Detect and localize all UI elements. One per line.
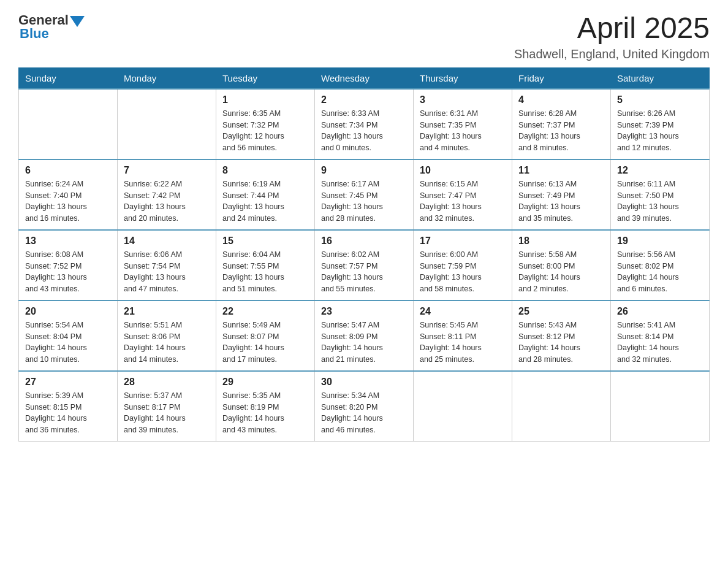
day-number: 13 [25, 236, 111, 247]
calendar-cell [118, 89, 216, 159]
day-number: 27 [25, 377, 111, 388]
day-number: 12 [617, 165, 703, 176]
logo: General Blue [18, 12, 85, 42]
column-header-sunday: Sunday [19, 67, 118, 89]
calendar-cell: 7Sunrise: 6:22 AM Sunset: 7:42 PM Daylig… [118, 159, 216, 230]
day-number: 23 [321, 306, 407, 317]
day-number: 26 [617, 306, 703, 317]
day-number: 22 [222, 306, 308, 317]
day-number: 29 [222, 377, 308, 388]
calendar-table: SundayMondayTuesdayWednesdayThursdayFrid… [18, 67, 710, 442]
calendar-cell: 18Sunrise: 5:58 AM Sunset: 8:00 PM Dayli… [512, 230, 611, 301]
calendar-cell: 14Sunrise: 6:06 AM Sunset: 7:54 PM Dayli… [118, 230, 216, 301]
day-number: 3 [420, 94, 506, 105]
day-info: Sunrise: 6:31 AM Sunset: 7:35 PM Dayligh… [420, 108, 506, 154]
day-info: Sunrise: 6:00 AM Sunset: 7:59 PM Dayligh… [420, 249, 506, 295]
day-number: 4 [518, 94, 604, 105]
day-number: 2 [321, 94, 407, 105]
calendar-cell: 8Sunrise: 6:19 AM Sunset: 7:44 PM Daylig… [216, 159, 315, 230]
calendar-week-1: 1Sunrise: 6:35 AM Sunset: 7:32 PM Daylig… [19, 89, 710, 159]
day-info: Sunrise: 5:54 AM Sunset: 8:04 PM Dayligh… [25, 320, 111, 366]
calendar-cell: 6Sunrise: 6:24 AM Sunset: 7:40 PM Daylig… [19, 159, 118, 230]
column-header-saturday: Saturday [611, 67, 710, 89]
day-number: 18 [518, 236, 604, 247]
calendar-cell: 4Sunrise: 6:28 AM Sunset: 7:37 PM Daylig… [512, 89, 611, 159]
day-info: Sunrise: 6:13 AM Sunset: 7:49 PM Dayligh… [518, 178, 604, 224]
day-info: Sunrise: 6:33 AM Sunset: 7:34 PM Dayligh… [321, 108, 407, 154]
title-area: April 2025 Shadwell, England, United Kin… [514, 12, 710, 61]
location-subtitle: Shadwell, England, United Kingdom [514, 47, 710, 61]
logo-triangle-icon [70, 16, 85, 27]
day-number: 28 [124, 377, 210, 388]
calendar-cell: 10Sunrise: 6:15 AM Sunset: 7:47 PM Dayli… [414, 159, 512, 230]
calendar-cell [611, 371, 710, 442]
calendar-cell: 29Sunrise: 5:35 AM Sunset: 8:19 PM Dayli… [216, 371, 315, 442]
calendar-cell: 17Sunrise: 6:00 AM Sunset: 7:59 PM Dayli… [414, 230, 512, 301]
day-number: 16 [321, 236, 407, 247]
calendar-cell: 20Sunrise: 5:54 AM Sunset: 8:04 PM Dayli… [19, 301, 118, 371]
calendar-cell: 2Sunrise: 6:33 AM Sunset: 7:34 PM Daylig… [315, 89, 414, 159]
logo-blue-text: Blue [20, 26, 49, 42]
day-number: 30 [321, 377, 407, 388]
day-info: Sunrise: 5:39 AM Sunset: 8:15 PM Dayligh… [25, 390, 111, 436]
day-info: Sunrise: 6:02 AM Sunset: 7:57 PM Dayligh… [321, 249, 407, 295]
calendar-cell: 1Sunrise: 6:35 AM Sunset: 7:32 PM Daylig… [216, 89, 315, 159]
day-info: Sunrise: 6:35 AM Sunset: 7:32 PM Dayligh… [222, 108, 308, 154]
day-number: 24 [420, 306, 506, 317]
calendar-cell: 22Sunrise: 5:49 AM Sunset: 8:07 PM Dayli… [216, 301, 315, 371]
day-info: Sunrise: 5:58 AM Sunset: 8:00 PM Dayligh… [518, 249, 604, 295]
day-number: 10 [420, 165, 506, 176]
day-info: Sunrise: 5:49 AM Sunset: 8:07 PM Dayligh… [222, 320, 308, 366]
day-number: 17 [420, 236, 506, 247]
calendar-cell: 21Sunrise: 5:51 AM Sunset: 8:06 PM Dayli… [118, 301, 216, 371]
calendar-week-2: 6Sunrise: 6:24 AM Sunset: 7:40 PM Daylig… [19, 159, 710, 230]
calendar-cell: 27Sunrise: 5:39 AM Sunset: 8:15 PM Dayli… [19, 371, 118, 442]
column-header-monday: Monday [118, 67, 216, 89]
day-info: Sunrise: 6:28 AM Sunset: 7:37 PM Dayligh… [518, 108, 604, 154]
day-number: 6 [25, 165, 111, 176]
day-info: Sunrise: 5:45 AM Sunset: 8:11 PM Dayligh… [420, 320, 506, 366]
page-header: General Blue April 2025 Shadwell, Englan… [18, 12, 710, 61]
day-info: Sunrise: 6:26 AM Sunset: 7:39 PM Dayligh… [617, 108, 703, 154]
month-title: April 2025 [514, 12, 710, 45]
calendar-week-5: 27Sunrise: 5:39 AM Sunset: 8:15 PM Dayli… [19, 371, 710, 442]
calendar-cell: 5Sunrise: 6:26 AM Sunset: 7:39 PM Daylig… [611, 89, 710, 159]
day-number: 7 [124, 165, 210, 176]
day-info: Sunrise: 6:08 AM Sunset: 7:52 PM Dayligh… [25, 249, 111, 295]
day-info: Sunrise: 6:19 AM Sunset: 7:44 PM Dayligh… [222, 178, 308, 224]
day-info: Sunrise: 5:34 AM Sunset: 8:20 PM Dayligh… [321, 390, 407, 436]
column-header-thursday: Thursday [414, 67, 512, 89]
day-info: Sunrise: 6:11 AM Sunset: 7:50 PM Dayligh… [617, 178, 703, 224]
calendar-cell: 15Sunrise: 6:04 AM Sunset: 7:55 PM Dayli… [216, 230, 315, 301]
day-info: Sunrise: 5:51 AM Sunset: 8:06 PM Dayligh… [124, 320, 210, 366]
day-info: Sunrise: 6:04 AM Sunset: 7:55 PM Dayligh… [222, 249, 308, 295]
calendar-cell: 30Sunrise: 5:34 AM Sunset: 8:20 PM Dayli… [315, 371, 414, 442]
day-info: Sunrise: 6:24 AM Sunset: 7:40 PM Dayligh… [25, 178, 111, 224]
day-number: 9 [321, 165, 407, 176]
calendar-cell: 23Sunrise: 5:47 AM Sunset: 8:09 PM Dayli… [315, 301, 414, 371]
day-number: 11 [518, 165, 604, 176]
day-info: Sunrise: 5:56 AM Sunset: 8:02 PM Dayligh… [617, 249, 703, 295]
calendar-cell: 3Sunrise: 6:31 AM Sunset: 7:35 PM Daylig… [414, 89, 512, 159]
day-info: Sunrise: 6:17 AM Sunset: 7:45 PM Dayligh… [321, 178, 407, 224]
day-info: Sunrise: 5:43 AM Sunset: 8:12 PM Dayligh… [518, 320, 604, 366]
day-info: Sunrise: 6:06 AM Sunset: 7:54 PM Dayligh… [124, 249, 210, 295]
calendar-cell: 19Sunrise: 5:56 AM Sunset: 8:02 PM Dayli… [611, 230, 710, 301]
column-header-wednesday: Wednesday [315, 67, 414, 89]
column-header-friday: Friday [512, 67, 611, 89]
calendar-cell: 12Sunrise: 6:11 AM Sunset: 7:50 PM Dayli… [611, 159, 710, 230]
calendar-cell: 25Sunrise: 5:43 AM Sunset: 8:12 PM Dayli… [512, 301, 611, 371]
calendar-cell [414, 371, 512, 442]
calendar-cell: 13Sunrise: 6:08 AM Sunset: 7:52 PM Dayli… [19, 230, 118, 301]
day-info: Sunrise: 5:41 AM Sunset: 8:14 PM Dayligh… [617, 320, 703, 366]
day-info: Sunrise: 6:15 AM Sunset: 7:47 PM Dayligh… [420, 178, 506, 224]
day-number: 8 [222, 165, 308, 176]
calendar-week-3: 13Sunrise: 6:08 AM Sunset: 7:52 PM Dayli… [19, 230, 710, 301]
day-info: Sunrise: 6:22 AM Sunset: 7:42 PM Dayligh… [124, 178, 210, 224]
day-number: 5 [617, 94, 703, 105]
day-number: 15 [222, 236, 308, 247]
day-number: 14 [124, 236, 210, 247]
calendar-cell: 24Sunrise: 5:45 AM Sunset: 8:11 PM Dayli… [414, 301, 512, 371]
calendar-cell: 11Sunrise: 6:13 AM Sunset: 7:49 PM Dayli… [512, 159, 611, 230]
day-number: 20 [25, 306, 111, 317]
